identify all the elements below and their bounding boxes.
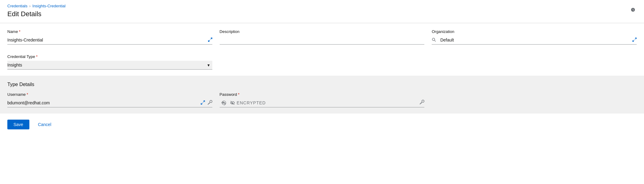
main-form-section: Name * Description xyxy=(0,23,644,76)
cred-type-required: * xyxy=(36,54,38,59)
password-required: * xyxy=(238,92,240,97)
history-icon-wrapper xyxy=(629,6,637,15)
name-field-group: Name * xyxy=(7,29,212,45)
breadcrumb-current[interactable]: Insights-Credential xyxy=(32,4,65,8)
username-input-wrapper xyxy=(7,99,212,107)
username-input[interactable] xyxy=(7,99,212,107)
password-undo-button[interactable] xyxy=(220,99,228,106)
footer-section: Save Cancel xyxy=(0,114,644,135)
save-button[interactable]: Save xyxy=(7,120,29,129)
page-wrapper: Credentials › Insights-Credential Edit D… xyxy=(0,0,644,184)
header: Credentials › Insights-Credential Edit D… xyxy=(0,0,644,18)
password-hide-button[interactable] xyxy=(228,99,237,106)
page-title: Edit Details xyxy=(7,10,637,18)
cancel-button[interactable]: Cancel xyxy=(33,120,56,129)
type-details-row: Username * xyxy=(7,92,637,107)
username-required: * xyxy=(27,92,28,97)
description-input[interactable] xyxy=(220,36,425,45)
organization-label: Organization xyxy=(432,29,637,34)
organization-input-wrapper xyxy=(432,36,637,45)
credential-type-group: Credential Type * Insights Machine Sourc… xyxy=(7,54,212,70)
username-field-group: Username * xyxy=(7,92,212,107)
type-details-section: Type Details Username * xyxy=(0,76,644,114)
name-input[interactable] xyxy=(7,36,212,45)
breadcrumb: Credentials › Insights-Credential xyxy=(7,4,637,8)
password-field-group: Password * xyxy=(220,92,425,107)
password-encrypted-label: ENCRYPTED xyxy=(237,99,418,107)
password-key-icon[interactable] xyxy=(418,99,424,107)
type-details-title: Type Details xyxy=(7,82,637,87)
username-key-icon[interactable] xyxy=(207,100,212,106)
organization-expand-icon[interactable] xyxy=(632,38,637,43)
svg-point-0 xyxy=(432,38,435,41)
password-input-wrapper: ENCRYPTED xyxy=(220,99,425,107)
name-input-wrapper xyxy=(7,36,212,45)
credential-type-select[interactable]: Insights Machine Source Control Vault Ne… xyxy=(7,61,212,70)
form-row-top: Name * Description xyxy=(7,29,637,45)
username-label: Username * xyxy=(7,92,212,97)
organization-input[interactable] xyxy=(432,36,637,45)
breadcrumb-separator: › xyxy=(29,4,31,8)
password-label: Password * xyxy=(220,92,425,97)
breadcrumb-parent[interactable]: Credentials xyxy=(7,4,28,8)
description-label: Description xyxy=(220,29,425,34)
credential-type-select-wrapper: Insights Machine Source Control Vault Ne… xyxy=(7,61,212,70)
credential-type-label: Credential Type * xyxy=(7,54,212,59)
description-input-wrapper xyxy=(220,36,425,45)
organization-field-group: Organization xyxy=(432,29,637,45)
organization-search-icon xyxy=(432,38,436,43)
form-row-cred-type: Credential Type * Insights Machine Sourc… xyxy=(7,49,637,70)
name-required: * xyxy=(19,29,20,34)
name-expand-icon[interactable] xyxy=(208,38,212,43)
username-expand-icon[interactable] xyxy=(201,100,205,106)
history-icon xyxy=(631,7,635,12)
history-button[interactable] xyxy=(629,6,637,15)
svg-line-1 xyxy=(435,41,436,42)
name-label: Name * xyxy=(7,29,212,34)
description-field-group: Description xyxy=(220,29,425,45)
